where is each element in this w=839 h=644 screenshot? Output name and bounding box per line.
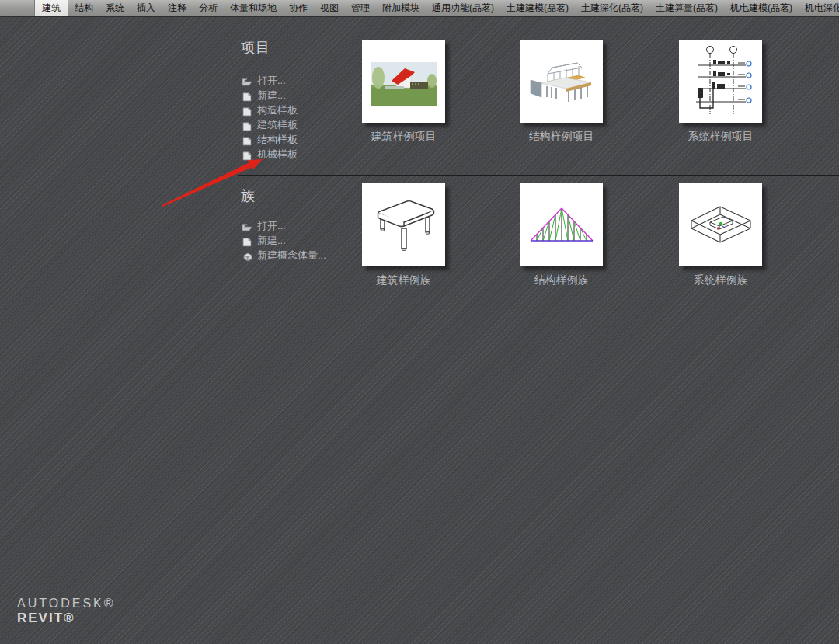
- thumbnail-structure-sample-family[interactable]: 结构样例族: [520, 183, 603, 287]
- thumbnail-label: 系统样例族: [679, 273, 762, 287]
- ribbon-tab-bar: 建筑 结构 系统 插入 注释 分析 体量和场地 协作 视图 管理 附加模块 通用…: [0, 0, 839, 17]
- tab-pinming-civil-detailing[interactable]: 土建深化(品茗): [575, 0, 649, 17]
- thumbnail-architecture-sample-project[interactable]: 建筑样例项目: [362, 40, 445, 144]
- document-icon: [242, 106, 253, 115]
- tab-architecture[interactable]: 建筑: [34, 0, 68, 17]
- ribbon-tabs: 建筑 结构 系统 插入 注释 分析 体量和场地 协作 视图 管理 附加模块 通用…: [34, 0, 839, 17]
- structure-sample-card: [520, 40, 603, 123]
- thumbnail-structure-sample-project[interactable]: 结构样例项目: [520, 40, 603, 144]
- architecture-render-image: [362, 40, 445, 123]
- link-mechanical-template[interactable]: 机械样板: [242, 147, 298, 162]
- link-label: 新建...: [257, 89, 286, 103]
- document-icon: [242, 236, 253, 245]
- document-icon: [242, 91, 253, 100]
- thumbnail-label: 建筑样例项目: [362, 130, 445, 144]
- link-open-family[interactable]: 打开...: [242, 218, 326, 233]
- tab-annotate[interactable]: 注释: [162, 0, 193, 17]
- table-family-image: [362, 183, 445, 266]
- project-links: 打开... 新建... 构造样板 建筑样板 结构样板 机械样板: [242, 73, 298, 162]
- tab-pinming-mep-detailing[interactable]: 机电深化(品茗): [799, 0, 839, 17]
- link-label: 建筑样板: [257, 118, 298, 132]
- autodesk-revit-logo: AUTODESK® REVIT®: [17, 597, 116, 626]
- systems-schematic-image: [679, 40, 762, 123]
- tab-collaborate[interactable]: 协作: [283, 0, 314, 17]
- mass-box-icon: [242, 251, 253, 260]
- truss-family-card: [520, 183, 603, 266]
- link-architectural-template[interactable]: 建筑样板: [242, 117, 298, 132]
- link-new-family[interactable]: 新建...: [242, 233, 326, 248]
- link-new-conceptual-mass[interactable]: 新建概念体量...: [242, 248, 326, 263]
- link-label: 新建概念体量...: [257, 249, 326, 263]
- structure-render-image: [520, 40, 603, 123]
- table-family-card: [362, 183, 445, 266]
- tab-massing-site[interactable]: 体量和场地: [224, 0, 283, 17]
- link-label: 结构样板: [257, 133, 298, 147]
- tab-pinming-civil-modeling[interactable]: 土建建模(品茗): [500, 0, 575, 17]
- architecture-sample-card: [362, 40, 445, 123]
- revit-wordmark: REVIT®: [17, 611, 116, 626]
- document-icon: [242, 120, 253, 130]
- link-label: 机械样板: [257, 148, 298, 162]
- tab-systems[interactable]: 系统: [99, 0, 131, 17]
- tab-addins[interactable]: 附加模块: [376, 0, 426, 17]
- thumbnail-systems-sample-family[interactable]: 系统样例族: [679, 183, 762, 287]
- thumbnail-systems-sample-project[interactable]: 系统样例项目: [679, 40, 762, 144]
- tab-structure[interactable]: 结构: [68, 0, 99, 17]
- link-structural-template[interactable]: 结构样板: [242, 132, 298, 147]
- link-label: 新建...: [257, 234, 286, 248]
- open-folder-icon: [242, 76, 253, 85]
- systems-sample-card: [679, 40, 762, 123]
- link-label: 构造样板: [257, 103, 298, 117]
- tab-pinming-civil-quantity[interactable]: 土建算量(品茗): [649, 0, 724, 17]
- document-icon: [242, 135, 253, 144]
- open-folder-icon: [242, 221, 253, 231]
- link-construction-template[interactable]: 构造样板: [242, 103, 298, 117]
- truss-family-image: [520, 183, 603, 266]
- link-label: 打开...: [257, 219, 286, 233]
- systems-family-card: [679, 183, 762, 266]
- document-icon: [242, 150, 253, 159]
- projects-section-title: 项目: [241, 38, 270, 57]
- link-new-project[interactable]: 新建...: [242, 88, 298, 103]
- thumbnail-architecture-sample-family[interactable]: 建筑样例族: [362, 183, 445, 287]
- family-links: 打开... 新建... 新建概念体量...: [242, 218, 326, 263]
- thumbnail-label: 结构样例族: [520, 273, 603, 287]
- tab-analyze[interactable]: 分析: [193, 0, 224, 17]
- tab-pinming-mep-modeling[interactable]: 机电建模(品茗): [724, 0, 799, 17]
- systems-family-image: [679, 183, 762, 266]
- tab-view[interactable]: 视图: [314, 0, 345, 17]
- families-section-title: 族: [241, 186, 256, 205]
- tab-manage[interactable]: 管理: [345, 0, 376, 17]
- link-label: 打开...: [257, 74, 286, 88]
- section-divider: [238, 175, 839, 176]
- tab-insert[interactable]: 插入: [131, 0, 162, 17]
- thumbnail-label: 建筑样例族: [362, 273, 445, 287]
- thumbnail-label: 系统样例项目: [679, 130, 762, 144]
- tab-pinming-general[interactable]: 通用功能(品茗): [426, 0, 500, 17]
- link-open-project[interactable]: 打开...: [242, 73, 298, 88]
- autodesk-wordmark: AUTODESK®: [17, 597, 116, 611]
- thumbnail-label: 结构样例项目: [520, 130, 603, 144]
